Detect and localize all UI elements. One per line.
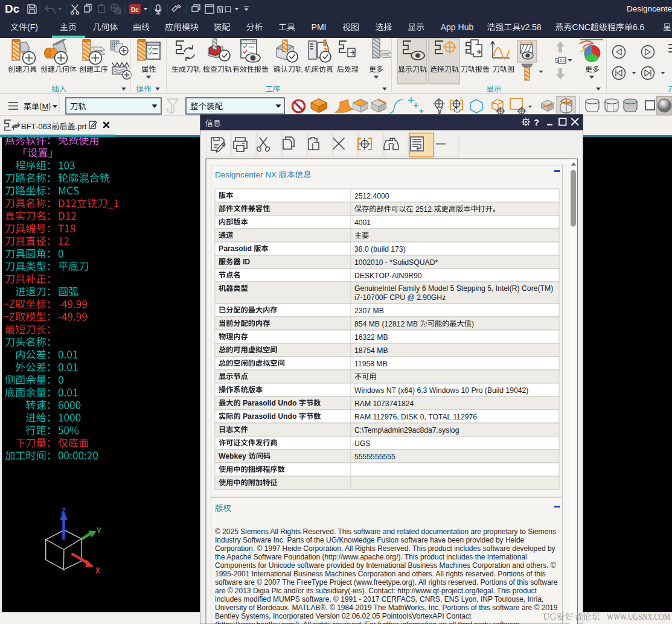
svg-text:GenuineIntel Family 6 Model 5: GenuineIntel Family 6 Model 5 Stepping 5… — [354, 284, 553, 293]
svg-text:): ) — [472, 320, 474, 328]
svg-text:are © 2013 Digia Plc and/or it: are © 2013 Digia Plc and/or its subsidia… — [215, 587, 537, 595]
svg-text:v: v — [520, 22, 525, 32]
svg-text:Corporation. © 1997 Heide Corp: Corporation. © 1997 Heide Corporation. A… — [215, 544, 555, 553]
svg-text:2: 2 — [525, 22, 530, 32]
svg-text:38.0 (build 173): 38.0 (build 173) — [354, 245, 406, 253]
svg-text:(https://www.bentley.com/). Al: (https://www.bentley.com/). All rights r… — [215, 620, 520, 624]
svg-text:UGS: UGS — [354, 439, 370, 448]
svg-text:4001: 4001 — [354, 218, 371, 227]
svg-text:854 MB (12812 MB: 854 MB (12812 MB — [354, 320, 420, 328]
svg-text:6: 6 — [640, 22, 645, 32]
svg-text:Parasolid Undo: Parasolid Undo — [241, 412, 299, 421]
svg-text:Designcenter NX: Designcenter NX — [215, 170, 279, 179]
svg-text:RAM 112976, DISK 0, TOTAL 1129: RAM 112976, DISK 0, TOTAL 112976 — [354, 413, 477, 421]
svg-text:M: M — [42, 102, 48, 111]
svg-text:Dc: Dc — [131, 7, 139, 13]
svg-text:C: C — [572, 22, 578, 32]
svg-text:F: F — [30, 22, 36, 32]
svg-text:Webkey: Webkey — [219, 452, 248, 460]
svg-text:.prt: .prt — [75, 122, 87, 131]
svg-text:5: 5 — [555, 57, 558, 64]
svg-text:6: 6 — [633, 22, 638, 32]
svg-text:11958 MB: 11958 MB — [354, 360, 388, 368]
svg-text:PMI: PMI — [312, 22, 327, 32]
svg-text:WWW.UGSNX.COM: WWW.UGSNX.COM — [607, 612, 670, 622]
svg-text:8: 8 — [537, 22, 542, 32]
svg-text:BFT-063: BFT-063 — [21, 122, 51, 131]
svg-text:© 2025 Siemens All Rights Rese: © 2025 Siemens All Rights Reserved. This… — [215, 527, 556, 536]
svg-text:software are © 2007 The FreeTy: software are © 2007 The FreeType Project… — [215, 578, 558, 587]
svg-text:Components for Unicode softwar: Components for Unicode software provided… — [215, 561, 556, 570]
svg-text:2307 MB: 2307 MB — [354, 307, 384, 315]
svg-text:16322 MB: 16322 MB — [354, 333, 388, 342]
svg-text:18754 MB: 18754 MB — [354, 346, 388, 355]
svg-text:i7-10700F CPU @ 2.90GHz: i7-10700F CPU @ 2.90GHz — [354, 293, 446, 302]
svg-text:2512.4000: 2512.4000 — [354, 192, 389, 200]
svg-text:App Hub: App Hub — [441, 22, 474, 32]
svg-text:C:\Temp\admin29ac8da7.syslog: C:\Temp\admin29ac8da7.syslog — [354, 426, 459, 435]
svg-text:Designcenter N: Designcenter N — [627, 4, 672, 13]
svg-text:University of Bordeaux. MATLAB: University of Bordeaux. MATLAB®. © 1984-… — [215, 603, 558, 612]
svg-text:ID: ID — [241, 258, 251, 266]
svg-text:Dc: Dc — [5, 2, 20, 15]
svg-text:includes modified MUMPS softwa: includes modified MUMPS software. © 1991… — [215, 595, 543, 603]
svg-text:2512: 2512 — [414, 205, 434, 214]
svg-text:RAM 1073741824: RAM 1073741824 — [354, 400, 414, 408]
svg-text:Parasolid Undo: Parasolid Undo — [241, 399, 299, 407]
svg-text:1002010 - *SolidSQUAD*: 1002010 - *SolidSQUAD* — [354, 258, 438, 267]
svg-text:Bentley Systems, Incorporated: Bentley Systems, Incorporated Version 02… — [215, 612, 472, 620]
svg-text:N: N — [578, 22, 584, 32]
svg-text:the Apache Software Foundation: the Apache Software Foundation (http://w… — [215, 553, 527, 561]
svg-text:): ) — [35, 22, 38, 32]
svg-text:1995-2001 International Busine: 1995-2001 International Business Machine… — [215, 570, 546, 578]
svg-text:DESKTOP-AIN9R90: DESKTOP-AIN9R90 — [354, 272, 422, 280]
svg-text:5555555555: 5555555555 — [354, 453, 395, 461]
svg-text:?: ? — [534, 117, 539, 127]
svg-text:Parasolid: Parasolid — [219, 244, 254, 253]
svg-text:Industry Software Inc. Parts o: Industry Software Inc. Parts of the UG/K… — [215, 536, 525, 544]
svg-text:Windows NT (x64) 6.3 Windows 1: Windows NT (x64) 6.3 Windows 10 Pro (Bui… — [354, 386, 528, 395]
svg-text:C: C — [584, 22, 590, 32]
